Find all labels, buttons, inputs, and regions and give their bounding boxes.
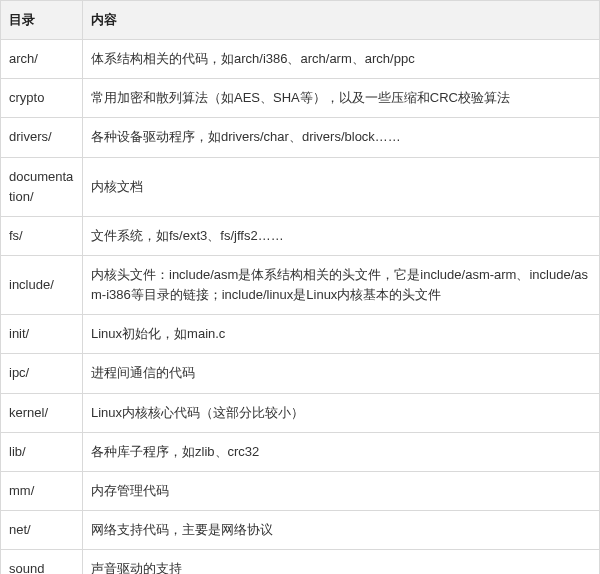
content-cell: 文件系统，如fs/ext3、fs/jffs2…… <box>83 216 600 255</box>
table-row: fs/ 文件系统，如fs/ext3、fs/jffs2…… <box>1 216 600 255</box>
content-cell: 网络支持代码，主要是网络协议 <box>83 510 600 549</box>
table-header-row: 目录 内容 <box>1 1 600 40</box>
content-cell: Linux内核核心代码（这部分比较小） <box>83 393 600 432</box>
content-cell: 各种设备驱动程序，如drivers/char、drivers/block…… <box>83 118 600 157</box>
directory-cell: include/ <box>1 255 83 314</box>
content-cell: Linux初始化，如main.c <box>83 315 600 354</box>
content-cell: 内核文档 <box>83 157 600 216</box>
table-row: crypto 常用加密和散列算法（如AES、SHA等），以及一些压缩和CRC校验… <box>1 79 600 118</box>
content-cell: 内存管理代码 <box>83 471 600 510</box>
directory-cell: drivers/ <box>1 118 83 157</box>
directory-cell: kernel/ <box>1 393 83 432</box>
directory-cell: documentation/ <box>1 157 83 216</box>
table-row: ipc/ 进程间通信的代码 <box>1 354 600 393</box>
table-row: arch/ 体系结构相关的代码，如arch/i386、arch/arm、arch… <box>1 40 600 79</box>
directory-cell: init/ <box>1 315 83 354</box>
directory-cell: mm/ <box>1 471 83 510</box>
directory-cell: crypto <box>1 79 83 118</box>
table-row: kernel/ Linux内核核心代码（这部分比较小） <box>1 393 600 432</box>
header-content: 内容 <box>83 1 600 40</box>
content-cell: 声音驱动的支持 <box>83 550 600 574</box>
directory-cell: fs/ <box>1 216 83 255</box>
directory-cell: ipc/ <box>1 354 83 393</box>
content-cell: 进程间通信的代码 <box>83 354 600 393</box>
table-body: arch/ 体系结构相关的代码，如arch/i386、arch/arm、arch… <box>1 40 600 574</box>
content-cell: 体系结构相关的代码，如arch/i386、arch/arm、arch/ppc <box>83 40 600 79</box>
table-row: sound 声音驱动的支持 <box>1 550 600 574</box>
table-row: init/ Linux初始化，如main.c <box>1 315 600 354</box>
table-row: mm/ 内存管理代码 <box>1 471 600 510</box>
header-directory: 目录 <box>1 1 83 40</box>
table-row: documentation/ 内核文档 <box>1 157 600 216</box>
table-row: include/ 内核头文件：include/asm是体系结构相关的头文件，它是… <box>1 255 600 314</box>
content-cell: 常用加密和散列算法（如AES、SHA等），以及一些压缩和CRC校验算法 <box>83 79 600 118</box>
table-row: net/ 网络支持代码，主要是网络协议 <box>1 510 600 549</box>
directory-table: 目录 内容 arch/ 体系结构相关的代码，如arch/i386、arch/ar… <box>0 0 600 574</box>
table-row: drivers/ 各种设备驱动程序，如drivers/char、drivers/… <box>1 118 600 157</box>
content-cell: 内核头文件：include/asm是体系结构相关的头文件，它是include/a… <box>83 255 600 314</box>
directory-cell: sound <box>1 550 83 574</box>
content-cell: 各种库子程序，如zlib、crc32 <box>83 432 600 471</box>
table-row: lib/ 各种库子程序，如zlib、crc32 <box>1 432 600 471</box>
directory-cell: net/ <box>1 510 83 549</box>
directory-cell: lib/ <box>1 432 83 471</box>
directory-cell: arch/ <box>1 40 83 79</box>
